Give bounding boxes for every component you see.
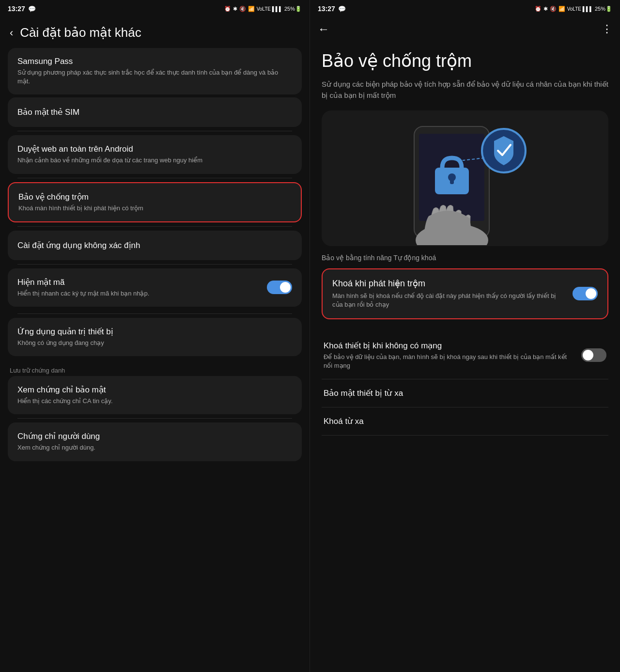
hien-mat-ma-left: Hiện mật mã Hiển thị nhanh các ký tự mật…	[17, 277, 267, 298]
khoa-khi-phat-hien-title: Khoá khi phát hiện trộm	[332, 278, 567, 289]
right-panel: 13:27 💬 ⏰ ✱ 🔇 📶 VoLTE ▌▌▌ 25%🔋 ← ⋮ Bảo v…	[310, 0, 620, 672]
svg-rect-4	[450, 177, 454, 184]
more-options-button[interactable]: ⋮	[602, 23, 612, 35]
duyet-web-title: Duyệt web an toàn trên Android	[17, 144, 292, 154]
right-header: ← ⋮	[310, 17, 620, 41]
duyet-web-desc: Nhận cảnh báo về những mối đe dọa từ các…	[17, 156, 292, 165]
khoa-khong-mang-desc: Để bảo vệ dữ liệu của bạn, màn hình sẽ b…	[324, 353, 575, 370]
status-icons-left: ⏰ ✱ 🔇 📶 VoLTE ▌▌▌ 25%🔋	[224, 6, 302, 12]
alarm-icon: ⏰	[224, 6, 231, 12]
ung-dung-quan-tri-title: Ứng dụng quản trị thiết bị	[17, 327, 292, 337]
bottom-items: Khoá thiết bị khi không có mạng Để bảo v…	[310, 332, 620, 436]
menu-item-xem-chung-chi[interactable]: Xem chứng chỉ bảo mật Hiển thị các chứng…	[8, 376, 302, 414]
bao-mat-tu-xa-title: Bảo mật thiết bị từ xa	[324, 388, 606, 398]
time-left: 13:27	[8, 5, 25, 13]
battery-left: 25%🔋	[284, 6, 302, 12]
chung-chi-nguoi-dung-title: Chứng chỉ người dùng	[17, 431, 292, 441]
sound-icon: 🔇	[239, 6, 246, 12]
chung-chi-nguoi-dung-desc: Xem chứng chỉ người dùng.	[17, 443, 292, 452]
menu-item-chung-chi-nguoi-dung[interactable]: Chứng chỉ người dùng Xem chứng chỉ người…	[8, 422, 302, 461]
status-icons-right: ⏰ ✱ 🔇 📶 VoLTE ▌▌▌ 25%🔋	[535, 6, 612, 12]
khoa-khong-mang-row: Khoá thiết bị khi không có mạng Để bảo v…	[324, 341, 606, 370]
menu-item-samsung-pass[interactable]: Samsung Pass Sử dụng phương pháp xác thự…	[8, 48, 302, 94]
feature-label: Bảo vệ bằng tính năng Tự động khoá	[322, 254, 608, 262]
khoa-khong-mang-left: Khoá thiết bị khi không có mạng Để bảo v…	[324, 341, 581, 370]
status-time-left: 13:27 💬	[8, 5, 36, 13]
khoa-khong-mang-toggle[interactable]	[581, 348, 606, 362]
time-right: 13:27	[318, 5, 335, 13]
bottom-item-khoa-tu-xa[interactable]: Khoá từ xa	[322, 407, 608, 436]
divider-2	[17, 178, 292, 178]
samsung-pass-title: Samsung Pass	[17, 57, 292, 66]
bao-ve-chong-trom-desc: Khoá màn hình thiết bị khi phát hiện có …	[18, 204, 291, 213]
menu-item-ung-dung-quan-tri[interactable]: Ứng dụng quản trị thiết bị Không có ứng …	[8, 318, 302, 356]
xem-chung-chi-desc: Hiển thị các chứng chỉ CA tin cậy.	[17, 397, 292, 406]
divider-3	[17, 226, 292, 227]
illustration-svg	[339, 112, 591, 245]
theft-protection-illustration	[322, 110, 608, 246]
status-time-right: 13:27 💬	[318, 5, 346, 13]
page-title-left: Cài đặt bảo mật khác	[20, 25, 141, 40]
bao-mat-sim-title: Bảo mật thẻ SIM	[17, 107, 292, 117]
sound-icon-r: 🔇	[550, 6, 557, 12]
bluetooth-icon-r: ✱	[543, 6, 548, 12]
ung-dung-quan-tri-desc: Không có ứng dụng đang chạy	[17, 339, 292, 347]
menu-item-cai-dat-ung-dung[interactable]: Cài đặt ứng dụng không xác định	[8, 231, 302, 260]
hien-mat-ma-toggle[interactable]	[267, 281, 292, 294]
xem-chung-chi-title: Xem chứng chỉ bảo mật	[17, 385, 292, 395]
right-page-desc: Sử dụng các biện pháp bảo vệ tích hợp sẵ…	[322, 79, 608, 101]
back-button-right[interactable]: ←	[318, 22, 329, 36]
divider-5	[17, 313, 292, 314]
feature-row-khoa-khi-phat-hien[interactable]: Khoá khi phát hiện trộm Màn hình sẽ bị k…	[322, 268, 608, 319]
right-content: Bảo vệ chống trộm Sử dụng các biện pháp …	[310, 41, 620, 332]
status-bar-right: 13:27 💬 ⏰ ✱ 🔇 📶 VoLTE ▌▌▌ 25%🔋	[310, 0, 620, 17]
cai-dat-ung-dung-title: Cài đặt ứng dụng không xác định	[17, 240, 292, 250]
menu-item-bao-ve-chong-trom[interactable]: Bảo vệ chống trộm Khoá màn hình thiết bị…	[8, 182, 302, 222]
signal-icon-r: VoLTE ▌▌▌	[567, 6, 593, 12]
messenger-icon-right: 💬	[338, 5, 346, 13]
khoa-khi-phat-hien-toggle[interactable]	[573, 287, 598, 300]
hien-mat-ma-title: Hiện mật mã	[17, 277, 267, 287]
menu-item-hien-mat-ma[interactable]: Hiện mật mã Hiển thị nhanh các ký tự mật…	[8, 268, 302, 307]
hien-mat-ma-desc: Hiển thị nhanh các ký tự mật mã khi bạn …	[17, 289, 267, 298]
back-button-left[interactable]: ‹	[10, 27, 13, 39]
divider-4	[17, 264, 292, 265]
status-bar-left: 13:27 💬 ⏰ ✱ 🔇 📶 VoLTE ▌▌▌ 25%🔋	[0, 0, 310, 17]
alarm-icon-r: ⏰	[535, 6, 542, 12]
menu-item-bao-mat-sim[interactable]: Bảo mật thẻ SIM	[8, 97, 302, 127]
menu-list: Samsung Pass Sử dụng phương pháp xác thự…	[0, 44, 310, 360]
bao-ve-chong-trom-title: Bảo vệ chống trộm	[18, 192, 291, 202]
bottom-item-bao-mat-tu-xa[interactable]: Bảo mật thiết bị từ xa	[322, 379, 608, 407]
khoa-tu-xa-title: Khoá từ xa	[324, 416, 606, 426]
khoa-khi-phat-hien-desc: Màn hình sẽ bị khoá nếu chế độ cài đặt n…	[332, 292, 567, 309]
samsung-pass-desc: Sử dụng phương pháp xác thực sinh trắc h…	[17, 68, 292, 86]
bluetooth-icon: ✱	[233, 6, 237, 12]
messenger-icon: 💬	[28, 5, 36, 13]
wifi-icon: 📶	[248, 6, 255, 12]
divider-6	[17, 418, 292, 419]
khoa-khong-mang-title: Khoá thiết bị khi không có mạng	[324, 341, 575, 351]
battery-right: 25%🔋	[595, 6, 612, 12]
page-header-left: ‹ Cài đặt bảo mật khác	[0, 17, 310, 44]
right-page-title: Bảo vệ chống trộm	[322, 50, 608, 71]
cert-list: Xem chứng chỉ bảo mật Hiển thị các chứng…	[0, 376, 310, 465]
left-panel: 13:27 💬 ⏰ ✱ 🔇 📶 VoLTE ▌▌▌ 25%🔋 ‹ Cài đặt…	[0, 0, 310, 672]
bottom-item-khoa-khong-mang[interactable]: Khoá thiết bị khi không có mạng Để bảo v…	[322, 332, 608, 379]
divider-1	[17, 131, 292, 131]
khoa-khi-phat-hien-left: Khoá khi phát hiện trộm Màn hình sẽ bị k…	[332, 278, 573, 309]
section-label-luu-tru: Lưu trữ chứng danh	[0, 360, 310, 376]
menu-item-duyet-web[interactable]: Duyệt web an toàn trên Android Nhận cảnh…	[8, 135, 302, 173]
signal-icon: VoLTE ▌▌▌	[257, 6, 282, 12]
wifi-icon-r: 📶	[558, 6, 565, 12]
